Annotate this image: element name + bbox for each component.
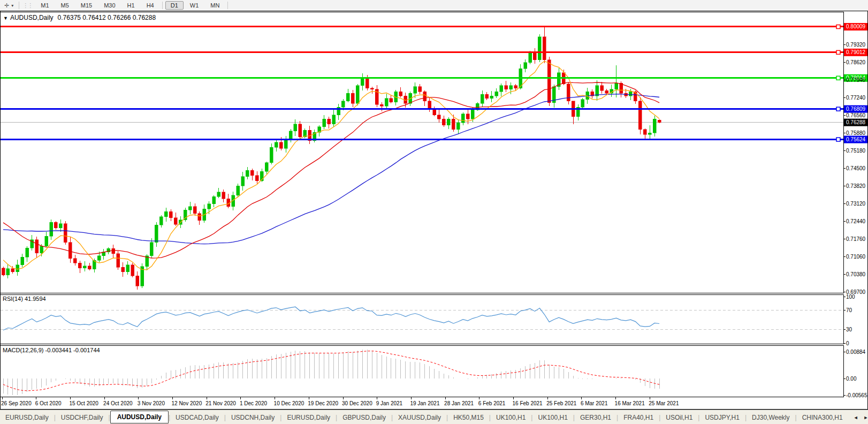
candle-body	[212, 196, 216, 203]
rsi-axis-label: 30	[846, 327, 852, 332]
timeframe-button-MN[interactable]: MN	[205, 1, 225, 10]
candle-body	[509, 86, 513, 89]
candle-body	[658, 120, 661, 122]
chart-tab-AUDUSD-Daily[interactable]: AUDUSD,Daily	[110, 411, 169, 423]
chart-title: ▼AUDUSD,Daily0.76375 0.76412 0.76266 0.7…	[3, 14, 156, 21]
candle-body	[653, 119, 656, 133]
candle-body	[208, 204, 211, 209]
candle-body	[246, 170, 249, 177]
price-tick-label: 0.71060	[846, 254, 866, 260]
price-tick-label: 0.71760	[846, 236, 866, 242]
candle-body	[126, 265, 130, 272]
hline-handle	[836, 25, 840, 28]
candle-body	[275, 142, 278, 148]
timeframe-button-M1[interactable]: M1	[35, 1, 54, 10]
chart-tab-GER30-H1[interactable]: GER30,H1	[575, 412, 616, 423]
mt4-window: ✛▾⋮⋮M1M5M15M30H1H4D1W1MN 0.762880.800090…	[0, 0, 868, 424]
candle-body	[83, 266, 86, 268]
candle-body	[634, 92, 637, 101]
chart-tab-XAUUSD-Daily[interactable]: XAUUSD,Daily	[393, 412, 446, 423]
chart-tab-CHINA300-H1[interactable]: CHINA300,H1	[797, 412, 848, 423]
candle-body	[323, 119, 326, 126]
date-tick-label: 16 Feb 2021	[513, 400, 543, 406]
candle-body	[265, 163, 268, 171]
crosshair-tool-button[interactable]: ✛	[0, 2, 11, 10]
chart-tab-USDCHF-Daily[interactable]: USDCHF,Daily	[56, 412, 109, 423]
date-tick-label: 19 Jan 2021	[410, 400, 439, 406]
chart-tab-UK100-H1[interactable]: UK100,H1	[532, 412, 573, 423]
candle-body	[638, 101, 642, 130]
chart-tab-USDCNH-Daily[interactable]: USDCNH,Daily	[226, 412, 280, 423]
candle-body	[237, 186, 240, 195]
chart-tab-USOil-H1[interactable]: USOil,H1	[660, 412, 698, 423]
candle-body	[78, 263, 81, 268]
timeframe-button-M5[interactable]: M5	[56, 1, 74, 10]
candle-body	[164, 211, 167, 217]
hline-handle	[836, 138, 840, 141]
date-tick-label: 30 Dec 2020	[342, 400, 372, 406]
price-tick-label: 0.78620	[846, 59, 866, 65]
rsi-axis-label: 0	[846, 340, 849, 346]
timeframe-button-H4[interactable]: H4	[141, 1, 159, 10]
candle-body	[533, 52, 536, 59]
candle-body	[385, 99, 388, 106]
tab-scroll-left-icon[interactable]: ◄	[854, 415, 858, 420]
chart-dropdown-icon[interactable]: ▼	[3, 16, 8, 21]
candle-body	[117, 254, 120, 267]
chart-tab-DJ30-Weekly[interactable]: DJ30,Weekly	[747, 412, 795, 423]
timeframe-button-D1[interactable]: D1	[165, 1, 184, 10]
hline-price-label: 0.75624	[846, 137, 866, 142]
chart-tab-USDCAD-Daily[interactable]: USDCAD,Daily	[170, 412, 224, 423]
timeframe-button-M15[interactable]: M15	[75, 1, 97, 10]
chart-tabs-bar: EURUSD,Daily|USDCHF,Daily|AUDUSD,Daily|U…	[0, 410, 868, 424]
chart-tab-UK100-H1[interactable]: UK100,H1	[491, 412, 531, 423]
candle-body	[648, 133, 651, 134]
candle-body	[547, 60, 551, 103]
candle-body	[437, 115, 440, 119]
price-axis: 0.793200.786200.779400.772400.765600.758…	[843, 42, 866, 295]
chart-tab-USDJPY-H1[interactable]: USDJPY,H1	[699, 412, 744, 423]
price-tick-label: 0.75180	[846, 148, 866, 154]
timeframe-button-H1[interactable]: H1	[122, 1, 140, 10]
candle-body	[328, 119, 331, 124]
toolbar-grip[interactable]: ⋮⋮	[21, 2, 35, 9]
date-tick-label: 25 Feb 2021	[546, 400, 577, 406]
macd-axis-label: 0.00	[846, 376, 857, 382]
date-tick-label: 15 Oct 2020	[69, 400, 98, 406]
candle-body	[442, 119, 445, 125]
price-tick-label: 0.77240	[846, 95, 866, 101]
timeframe-toolbar: ✛▾⋮⋮M1M5M15M30H1H4D1W1MN	[0, 0, 868, 11]
chart-tab-EURUSD-Daily[interactable]: EURUSD,Daily	[0, 412, 54, 423]
hline-price-label: 0.76809	[846, 106, 866, 112]
tab-scroll-right-icon[interactable]: ►	[864, 415, 868, 420]
candle-body	[461, 114, 465, 123]
timeframe-button-M30[interactable]: M30	[98, 1, 120, 10]
candle-body	[59, 224, 62, 228]
chart-tab-FRA40-H1[interactable]: FRA40,H1	[618, 412, 659, 423]
date-tick-label: 24 Oct 2020	[103, 400, 133, 406]
candle-body	[471, 110, 474, 119]
candle-body	[366, 78, 369, 88]
timeframe-button-W1[interactable]: W1	[185, 1, 204, 10]
macd-indicator-label: MACD(12,26,9) -0.003441 -0.001744	[3, 347, 100, 353]
date-tick-label: 25 Mar 2021	[649, 400, 679, 406]
candle-body	[284, 140, 287, 148]
chart-tab-HK50-M15[interactable]: HK50,M15	[448, 412, 489, 423]
date-tick-label: 1 Dec 2020	[240, 400, 268, 406]
candle-body	[529, 52, 532, 62]
current-price-label: 0.76288	[846, 119, 866, 125]
candle-body	[600, 86, 604, 91]
candle-body	[524, 63, 527, 69]
candle-body	[222, 192, 225, 199]
candle-body	[279, 142, 283, 149]
candle-body	[505, 86, 508, 89]
candle-body	[227, 199, 230, 206]
candle-body	[6, 269, 10, 275]
candle-body	[370, 88, 374, 89]
tool-dropdown-caret[interactable]: ▾	[11, 3, 17, 8]
candle-body	[418, 87, 422, 92]
date-tick-label: 3 Nov 2020	[138, 400, 165, 406]
main-chart-svg[interactable]: 0.762880.800090.790120.780140.768090.756…	[0, 11, 868, 410]
chart-tab-GBPUSD-Daily[interactable]: GBPUSD,Daily	[337, 412, 391, 423]
chart-tab-EURUSD-Daily[interactable]: EURUSD,Daily	[281, 412, 336, 423]
